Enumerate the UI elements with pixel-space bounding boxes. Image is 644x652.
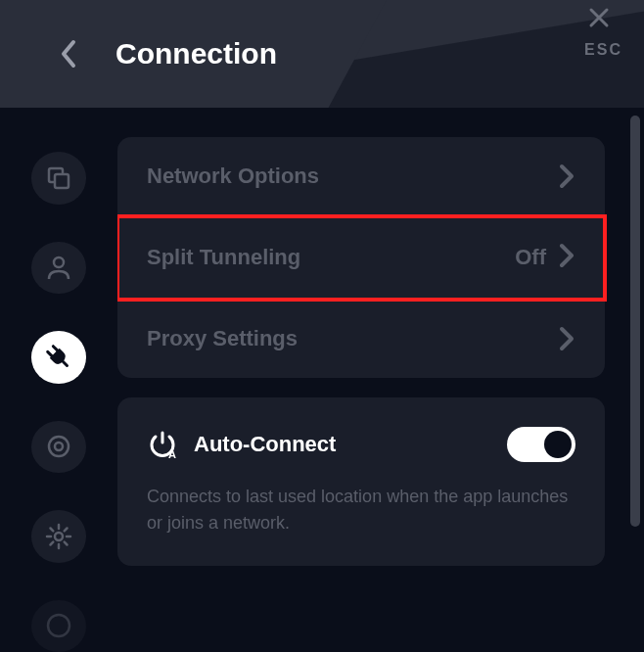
chevron-right-icon bbox=[558, 242, 575, 273]
network-options-label: Network Options bbox=[147, 163, 319, 189]
proxy-settings-label: Proxy Settings bbox=[147, 326, 298, 351]
power-auto-icon: A bbox=[147, 429, 178, 460]
svg-point-2 bbox=[54, 257, 64, 267]
svg-point-5 bbox=[55, 533, 63, 540]
split-tunneling-row[interactable]: Split Tunneling Off bbox=[117, 216, 605, 300]
page-title: Connection bbox=[115, 37, 277, 70]
auto-connect-title: Auto-Connect bbox=[194, 432, 336, 457]
split-tunneling-label: Split Tunneling bbox=[147, 245, 300, 270]
content: Network Options Split Tunneling Off bbox=[0, 108, 644, 652]
plug-icon bbox=[44, 343, 73, 372]
auto-connect-toggle[interactable] bbox=[507, 427, 575, 462]
sidebar-item-settings[interactable] bbox=[31, 510, 86, 563]
close-icon bbox=[587, 6, 611, 29]
circle-dot-icon bbox=[45, 433, 72, 460]
svg-text:A: A bbox=[168, 448, 176, 460]
split-tunneling-value: Off bbox=[515, 245, 546, 270]
sidebar bbox=[0, 108, 117, 652]
esc-label: ESC bbox=[584, 41, 622, 59]
gear-icon bbox=[45, 523, 72, 550]
main-content: Network Options Split Tunneling Off bbox=[117, 108, 644, 652]
sidebar-item-help[interactable] bbox=[31, 600, 86, 653]
connection-settings-group: Network Options Split Tunneling Off bbox=[117, 137, 605, 378]
network-options-row[interactable]: Network Options bbox=[117, 137, 605, 216]
sidebar-item-connection[interactable] bbox=[31, 331, 86, 384]
layers-icon bbox=[45, 164, 72, 192]
sidebar-item-privacy[interactable] bbox=[31, 421, 86, 474]
chevron-right-icon bbox=[558, 325, 575, 352]
scrollbar[interactable] bbox=[630, 116, 640, 527]
svg-point-3 bbox=[49, 437, 69, 456]
auto-connect-description: Connects to last used location when the … bbox=[147, 484, 575, 536]
proxy-settings-row[interactable]: Proxy Settings bbox=[117, 300, 605, 378]
person-icon bbox=[45, 254, 72, 281]
svg-point-4 bbox=[55, 442, 63, 450]
help-icon bbox=[45, 612, 72, 639]
sidebar-item-account[interactable] bbox=[31, 242, 86, 295]
chevron-right-icon bbox=[558, 163, 575, 190]
toggle-knob bbox=[544, 431, 572, 458]
close-button[interactable] bbox=[581, 0, 617, 35]
chevron-left-icon bbox=[59, 38, 78, 70]
header: Connection ESC bbox=[0, 0, 644, 108]
svg-point-6 bbox=[48, 615, 69, 636]
svg-rect-1 bbox=[55, 174, 69, 188]
auto-connect-card: A Auto-Connect Connects to last used loc… bbox=[117, 397, 605, 566]
back-button[interactable] bbox=[49, 34, 88, 73]
sidebar-item-general[interactable] bbox=[31, 152, 86, 205]
auto-connect-header: A Auto-Connect bbox=[147, 427, 575, 462]
